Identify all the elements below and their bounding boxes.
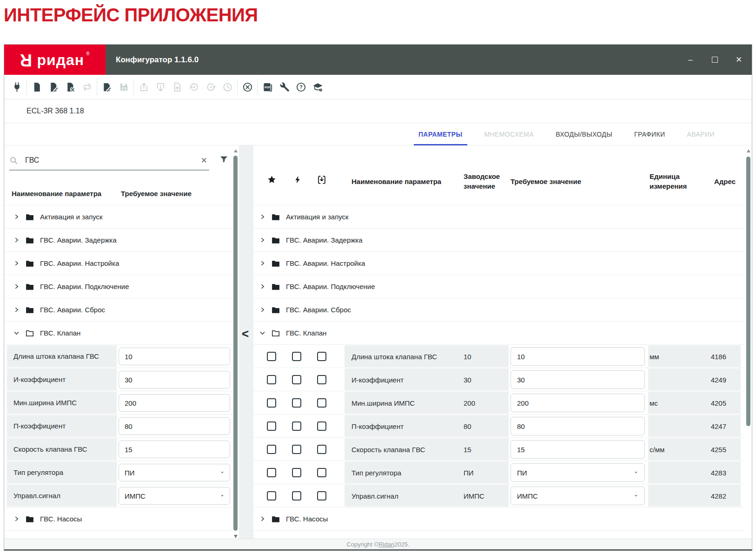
tab-mnemoskhema[interactable]: МНЕМОСХЕМА xyxy=(480,123,539,145)
favorite-checkbox[interactable] xyxy=(267,468,276,477)
write-checkbox[interactable] xyxy=(292,375,301,384)
search-clear-icon[interactable]: ✕ xyxy=(199,156,209,165)
tab-vkhody-vykhody[interactable]: ВХОДЫ/ВЫХОДЫ xyxy=(551,123,617,145)
scrollbar-thumb[interactable] xyxy=(233,156,238,531)
tree-group-row[interactable]: ГВС. Аварии. Задержка xyxy=(4,228,239,251)
file-delete-button[interactable] xyxy=(62,78,79,96)
required-value-select[interactable]: ПИ xyxy=(119,464,230,481)
scroll-up-icon[interactable] xyxy=(747,149,750,152)
write-checkbox[interactable] xyxy=(292,491,301,500)
required-value-input[interactable] xyxy=(511,394,645,412)
tree-group-row-expanded[interactable]: ГВС. Клапан xyxy=(253,321,745,344)
tab-parametry[interactable]: ПАРАМЕТРЫ xyxy=(414,123,467,145)
favorite-star-icon[interactable] xyxy=(267,175,277,184)
scroll-down-icon[interactable] xyxy=(234,535,238,538)
file-upload-button[interactable] xyxy=(169,78,186,96)
chevron-down-icon xyxy=(219,470,225,475)
file-write-button[interactable] xyxy=(99,78,115,96)
favorite-checkbox[interactable] xyxy=(267,445,276,454)
file-new-button[interactable] xyxy=(28,78,45,96)
pdf-report-button[interactable]: PDF xyxy=(259,78,276,96)
column-header-address: Адрес xyxy=(681,177,736,186)
tree-group-row[interactable]: ГВС. Насосы xyxy=(4,507,239,530)
tree-group-row[interactable]: ГВС. Аварии. Подключение xyxy=(253,275,745,298)
tree-group-row-expanded[interactable]: ГВС. Клапан xyxy=(4,321,239,344)
favorite-checkbox[interactable] xyxy=(267,398,276,408)
required-value-input[interactable] xyxy=(119,394,230,412)
tab-avarii[interactable]: АВАРИИ xyxy=(683,123,719,145)
favorite-checkbox[interactable] xyxy=(267,421,276,431)
required-value-select[interactable]: ИМПС xyxy=(119,487,230,505)
tree-group-row[interactable]: ГВС. Аварии. Настройка xyxy=(4,251,239,275)
required-value-input[interactable] xyxy=(511,347,645,366)
write-checkbox[interactable] xyxy=(292,468,301,477)
left-scrollbar[interactable] xyxy=(232,145,239,542)
swap-icon xyxy=(82,82,93,92)
folder-icon xyxy=(25,514,34,524)
tree-group-row[interactable]: ГВС. Аварии. Задержка xyxy=(253,228,745,251)
tab-grafiki[interactable]: ГРАФИКИ xyxy=(630,123,670,145)
compare-swap-button[interactable] xyxy=(79,78,95,96)
history-clock-button[interactable] xyxy=(219,78,236,96)
write-checkbox[interactable] xyxy=(292,398,301,408)
minimize-button[interactable]: – xyxy=(687,56,694,64)
close-button[interactable]: ✕ xyxy=(735,56,743,64)
connect-plug-button[interactable] xyxy=(8,78,25,96)
load-checkbox[interactable] xyxy=(317,421,326,431)
required-value-input[interactable] xyxy=(119,348,230,365)
load-checkbox[interactable] xyxy=(317,398,326,408)
download-from-device-button[interactable] xyxy=(152,78,169,96)
favorite-checkbox[interactable] xyxy=(267,375,276,384)
tree-group-row[interactable]: ГВС. Аварии. Подключение xyxy=(4,275,239,298)
maximize-button[interactable] xyxy=(711,56,718,64)
write-checkbox[interactable] xyxy=(292,352,301,361)
file-edit-button[interactable] xyxy=(45,78,62,96)
load-checkbox[interactable] xyxy=(317,491,326,500)
write-checkbox[interactable] xyxy=(292,445,301,454)
required-value-input[interactable] xyxy=(511,440,645,459)
favorite-checkbox[interactable] xyxy=(267,352,276,361)
cancel-button[interactable] xyxy=(239,78,256,96)
tree-group-row[interactable]: ГВС. Насосы xyxy=(253,507,745,530)
toolbar-group-cancel xyxy=(238,79,258,95)
required-value-select[interactable]: ИМПС xyxy=(511,487,645,505)
right-scrollbar[interactable] xyxy=(745,145,752,551)
ridan-link[interactable]: Ridan xyxy=(378,541,394,548)
filter-funnel-icon[interactable] xyxy=(219,155,229,165)
service-wrench-button[interactable] xyxy=(276,78,292,96)
undo-restore-button[interactable] xyxy=(202,78,219,96)
param-row: Длина штока клапана ГВС xyxy=(4,344,239,368)
required-value-input[interactable] xyxy=(511,417,645,435)
tree-group-row[interactable]: ГВС. Аварии. Сброс xyxy=(253,298,745,321)
required-value-input[interactable] xyxy=(119,371,230,388)
load-checkbox[interactable] xyxy=(317,468,326,477)
lightning-bolt-icon[interactable] xyxy=(293,175,302,184)
search-input[interactable] xyxy=(24,156,193,165)
load-checkbox[interactable] xyxy=(317,352,326,361)
tree-group-row[interactable]: Активация и запуск xyxy=(4,205,239,228)
write-checkbox[interactable] xyxy=(292,421,301,431)
folder-icon xyxy=(25,282,34,291)
scroll-up-icon[interactable] xyxy=(234,149,238,152)
training-button[interactable] xyxy=(309,78,326,96)
param-label: Длина штока клапана ГВС xyxy=(7,345,117,367)
tree-group-row[interactable]: ГВС. Аварии. Настройка xyxy=(253,251,745,275)
scrollbar-thumb[interactable] xyxy=(746,157,750,426)
upload-to-device-button[interactable] xyxy=(135,78,152,96)
restore-default-button[interactable] xyxy=(186,78,202,96)
load-checkbox[interactable] xyxy=(317,375,326,384)
tree-group-row[interactable]: Активация и запуск xyxy=(253,205,745,228)
help-button[interactable]: ? xyxy=(292,78,309,96)
collapse-panel-handle[interactable]: < xyxy=(242,328,249,340)
chevron-right-icon xyxy=(13,260,20,266)
required-value-input[interactable] xyxy=(119,417,230,435)
required-value-input[interactable] xyxy=(119,441,230,458)
favorite-checkbox[interactable] xyxy=(267,491,276,500)
load-box-icon[interactable] xyxy=(317,175,327,185)
param-name: И-коэффициент xyxy=(351,368,461,391)
tree-group-row[interactable]: ГВС. Аварии. Сброс xyxy=(4,298,239,321)
required-value-input[interactable] xyxy=(511,370,645,389)
save-button[interactable] xyxy=(115,78,132,96)
required-value-select[interactable]: ПИ xyxy=(511,463,645,482)
load-checkbox[interactable] xyxy=(317,445,326,454)
